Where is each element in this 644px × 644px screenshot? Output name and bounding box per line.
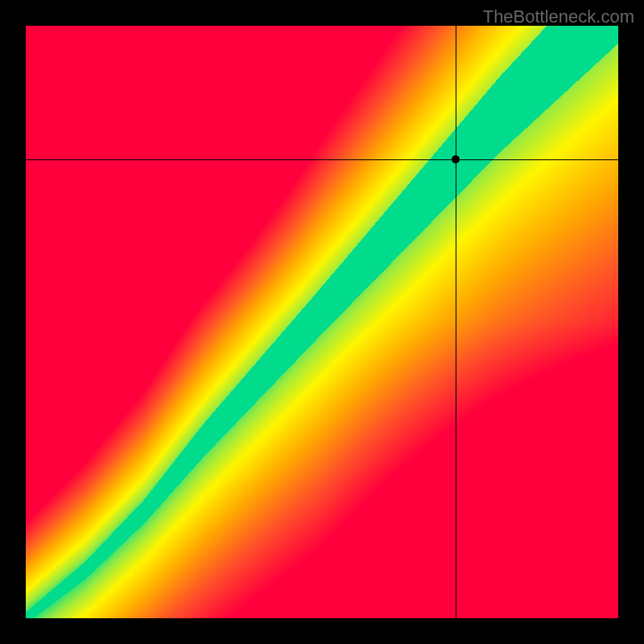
crosshair-marker [452,155,460,163]
watermark-text: TheBottleneck.com [483,6,634,27]
bottleneck-heatmap [26,26,618,618]
crosshair-horizontal [26,159,618,160]
heatmap-frame [26,26,618,618]
crosshair-vertical [456,26,456,618]
